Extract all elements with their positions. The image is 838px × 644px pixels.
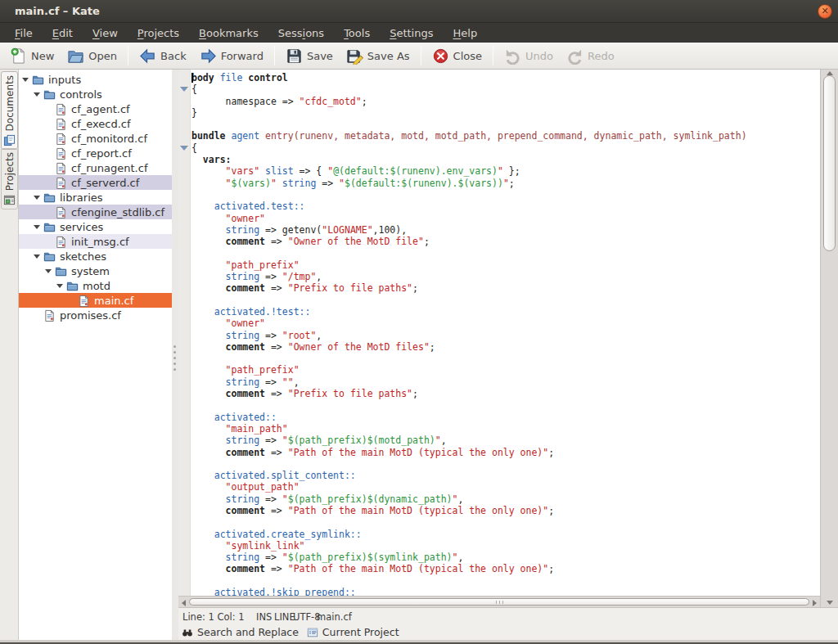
code-line[interactable] bbox=[191, 189, 820, 200]
window-close-icon[interactable]: ✕ bbox=[818, 4, 832, 19]
code-line[interactable]: "symlink_link" bbox=[191, 540, 820, 552]
code-line[interactable] bbox=[191, 516, 820, 528]
horizontal-scrollbar-thumb[interactable] bbox=[189, 598, 809, 606]
code-line[interactable]: "owner" bbox=[191, 317, 820, 329]
tree-item-cf-report-cf[interactable]: cf_report.cf bbox=[19, 146, 172, 160]
code-line[interactable] bbox=[191, 575, 820, 587]
code-line[interactable]: { bbox=[191, 142, 820, 154]
save-button[interactable]: Save bbox=[279, 43, 340, 69]
expander-icon[interactable] bbox=[22, 78, 29, 82]
code-line[interactable]: activated.!skip_prepend:: bbox=[191, 587, 820, 596]
tree-item-cf-serverd-cf[interactable]: cf_serverd.cf bbox=[19, 175, 172, 190]
menu-tools[interactable]: Tools bbox=[334, 25, 380, 42]
code-line[interactable] bbox=[191, 458, 820, 470]
tree-item-init-msg-cf[interactable]: init_msg.cf bbox=[19, 234, 172, 249]
code-line[interactable]: { bbox=[191, 83, 820, 95]
sidebar-tab-projects[interactable]: Projects bbox=[1, 148, 18, 209]
code-line[interactable]: bundle agent entry(runenv, metadata, mot… bbox=[191, 130, 820, 142]
code-line[interactable]: namespace => "cfdc_motd"; bbox=[191, 96, 820, 107]
code-line[interactable] bbox=[191, 247, 820, 259]
code-line[interactable]: comment => "Path of the main MotD (typic… bbox=[191, 563, 820, 574]
menu-sessions[interactable]: Sessions bbox=[268, 25, 334, 42]
tree-item-services[interactable]: services bbox=[19, 219, 172, 234]
expander-icon[interactable] bbox=[56, 284, 63, 288]
code-line[interactable]: comment => "Path of the main MotD (typic… bbox=[191, 447, 820, 458]
code-line[interactable]: body file control bbox=[191, 72, 820, 83]
tree-item-cf-execd-cf[interactable]: cf_execd.cf bbox=[19, 116, 172, 131]
close-button[interactable]: Close bbox=[426, 43, 489, 69]
scroll-right-icon[interactable] bbox=[813, 600, 817, 606]
code-line[interactable]: comment => "Prefix to file paths"; bbox=[191, 388, 820, 399]
code-line[interactable]: comment => "Owner of the MotD file"; bbox=[191, 236, 820, 247]
code-line[interactable]: "output_path" bbox=[191, 481, 820, 493]
code-line[interactable]: vars: bbox=[191, 154, 820, 165]
tree-item-main-cf[interactable]: main.cf bbox=[19, 293, 172, 308]
expander-icon[interactable] bbox=[34, 92, 40, 97]
tree-item-libraries[interactable]: libraries bbox=[19, 190, 172, 205]
code-line[interactable]: "path_prefix" bbox=[191, 364, 820, 376]
code-line[interactable]: activated.!test:: bbox=[191, 306, 820, 317]
current-project-button[interactable]: Current Project bbox=[307, 626, 399, 638]
code-line[interactable] bbox=[191, 295, 820, 306]
expander-icon[interactable] bbox=[34, 254, 40, 259]
menu-bookmarks[interactable]: Bookmarks bbox=[189, 25, 268, 42]
menu-view[interactable]: View bbox=[83, 25, 128, 42]
vertical-scrollbar[interactable] bbox=[820, 70, 838, 607]
open-button[interactable]: Open bbox=[61, 43, 124, 69]
expander-icon[interactable] bbox=[45, 269, 52, 273]
scroll-left-icon[interactable] bbox=[182, 600, 186, 606]
code-line[interactable]: activated.create_symlink:: bbox=[191, 529, 820, 540]
new-button[interactable]: New bbox=[3, 43, 61, 69]
menu-projects[interactable]: Projects bbox=[128, 25, 189, 42]
tree-item-cf-agent-cf[interactable]: cf_agent.cf bbox=[19, 101, 172, 116]
code-line[interactable]: "vars" slist => { "@(default:$(runenv).e… bbox=[191, 165, 820, 177]
tree-item-inputs[interactable]: inputs bbox=[19, 72, 172, 87]
fold-arrow-icon[interactable] bbox=[180, 87, 188, 92]
code-line[interactable]: string => "$(path_prefix)$(symlink_path)… bbox=[191, 552, 820, 563]
expander-icon[interactable] bbox=[34, 225, 40, 229]
code-line[interactable]: } bbox=[191, 107, 820, 119]
code-line[interactable] bbox=[191, 353, 820, 364]
code-line[interactable]: string => "/tmp", bbox=[191, 271, 820, 282]
code-line[interactable]: "path_prefix" bbox=[191, 259, 820, 271]
code-line[interactable]: activated:: bbox=[191, 412, 820, 423]
code-line[interactable]: string => "", bbox=[191, 376, 820, 388]
vertical-scrollbar-thumb[interactable] bbox=[823, 75, 836, 251]
code-line[interactable]: activated.test:: bbox=[191, 200, 820, 212]
code-line[interactable]: comment => "Owner of the MotD files"; bbox=[191, 341, 820, 353]
menu-edit[interactable]: Edit bbox=[43, 25, 83, 42]
back-button[interactable]: Back bbox=[133, 43, 193, 69]
horizontal-scrollbar[interactable] bbox=[178, 596, 820, 607]
menu-file[interactable]: File bbox=[5, 25, 43, 42]
code-line[interactable] bbox=[191, 399, 820, 411]
code-line[interactable]: string => "$(path_prefix)$(motd_path)", bbox=[191, 435, 820, 446]
scroll-down-icon[interactable] bbox=[827, 601, 833, 605]
code-line[interactable]: string => getenv("LOGNAME",100), bbox=[191, 224, 820, 236]
code-line[interactable]: "owner" bbox=[191, 213, 820, 224]
save-as-button[interactable]: Save As bbox=[340, 43, 417, 69]
menu-settings[interactable]: Settings bbox=[380, 25, 443, 42]
code-line[interactable]: activated.split_content:: bbox=[191, 470, 820, 481]
code-line[interactable]: "$(vars)" string => "$(default:$(runenv)… bbox=[191, 178, 820, 189]
tree-item-system[interactable]: system bbox=[19, 263, 172, 278]
fold-arrow-icon[interactable] bbox=[180, 146, 188, 151]
code-line[interactable]: string => "root", bbox=[191, 330, 820, 341]
code-line[interactable]: comment => "Prefix to file paths"; bbox=[191, 282, 820, 294]
menu-help[interactable]: Help bbox=[444, 25, 488, 42]
tree-item-cf-runagent-cf[interactable]: cf_runagent.cf bbox=[19, 160, 172, 175]
code-line[interactable] bbox=[191, 119, 820, 130]
tree-item-motd[interactable]: motd bbox=[19, 278, 172, 293]
tree-item-cfengine-stdlib-cf[interactable]: cfengine_stdlib.cf bbox=[19, 205, 172, 219]
forward-button[interactable]: Forward bbox=[193, 43, 270, 69]
search-and-replace-button[interactable]: Search and Replace bbox=[182, 626, 299, 638]
panel-splitter[interactable] bbox=[172, 70, 178, 640]
tree-item-sketches[interactable]: sketches bbox=[19, 249, 172, 263]
sidebar-tab-documents[interactable]: Documents bbox=[1, 71, 18, 150]
code-line[interactable]: string => "$(path_prefix)$(dynamic_path)… bbox=[191, 493, 820, 505]
tree-item-controls[interactable]: controls bbox=[19, 87, 172, 101]
tree-item-cf-monitord-cf[interactable]: cf_monitord.cf bbox=[19, 131, 172, 146]
expander-icon[interactable] bbox=[34, 196, 40, 200]
code-area[interactable]: body file control{ namespace => "cfdc_mo… bbox=[178, 70, 820, 596]
tree-item-promises-cf[interactable]: promises.cf bbox=[19, 308, 172, 322]
code-line[interactable]: comment => "Path of the main MotD (typic… bbox=[191, 505, 820, 516]
